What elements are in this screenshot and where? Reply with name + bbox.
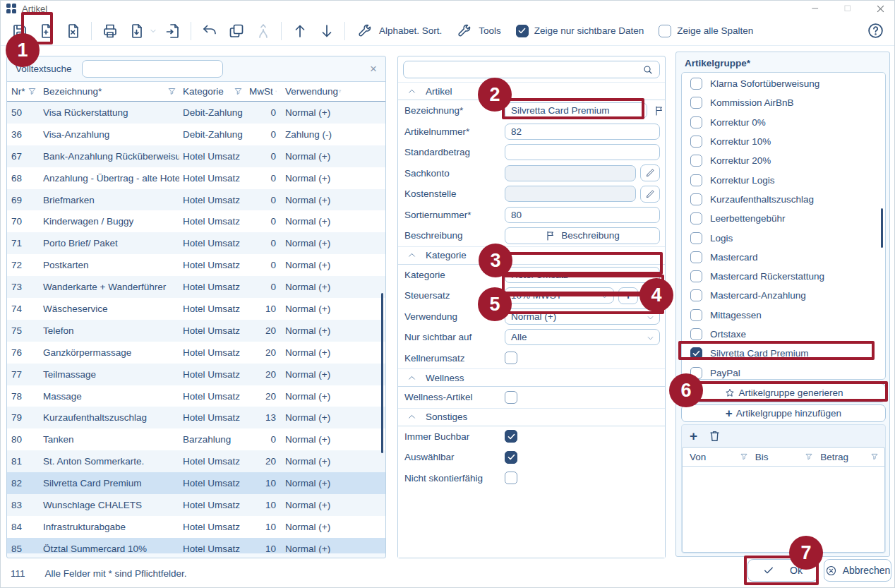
verwendung-select[interactable]: Normal (+) bbox=[505, 308, 660, 325]
group-checkbox[interactable] bbox=[690, 212, 702, 224]
table-row[interactable]: 70Kinderwagen / BuggyHotel Umsatz0Normal… bbox=[7, 210, 385, 232]
group-checkbox[interactable] bbox=[690, 97, 702, 109]
kostenstelle-input[interactable] bbox=[505, 186, 636, 202]
section-header-artikel[interactable]: Artikel bbox=[398, 82, 665, 100]
delete-range-icon[interactable] bbox=[708, 429, 721, 443]
nur-sichtbar-auf-select[interactable]: Alle bbox=[505, 329, 660, 345]
group-checkbox[interactable] bbox=[690, 328, 702, 340]
beschreibung-button[interactable]: Beschreibung bbox=[505, 227, 660, 244]
maximize-button[interactable] bbox=[842, 3, 853, 14]
print-icon[interactable] bbox=[98, 19, 121, 42]
delete-article-icon[interactable] bbox=[61, 19, 85, 42]
group-item[interactable]: Korrektur 20% bbox=[682, 151, 885, 170]
move-up-icon[interactable] bbox=[288, 19, 311, 42]
group-checkbox[interactable] bbox=[690, 367, 702, 379]
column-header-mwst[interactable]: MwSt bbox=[246, 86, 280, 97]
table-row[interactable]: 79KurzaufenthaltszuschlagHotel Umsatz13N… bbox=[7, 407, 385, 428]
group-checkbox[interactable] bbox=[690, 347, 702, 359]
immer-buchbar-checkbox[interactable] bbox=[505, 430, 517, 443]
group-checkbox[interactable] bbox=[690, 270, 702, 282]
export-dropdown-icon[interactable] bbox=[149, 27, 157, 35]
help-icon[interactable] bbox=[864, 19, 887, 42]
new-article-icon[interactable] bbox=[35, 19, 58, 42]
table-row[interactable]: 77TeilmassageHotel Umsatz20Normal (+) bbox=[7, 364, 385, 385]
group-item[interactable]: PayPal bbox=[682, 363, 885, 380]
group-checkbox[interactable] bbox=[690, 78, 702, 90]
table-row[interactable]: 68Anzahlung - Übertrag - alte HotelsHote… bbox=[7, 167, 385, 189]
table-row[interactable]: 83Wunschlage CHALETSHotel Umsatz10Normal… bbox=[7, 494, 385, 516]
column-header-nr[interactable]: Nr* bbox=[7, 86, 40, 97]
table-row[interactable]: 74WäscheserviceHotel Umsatz10Normal (+) bbox=[7, 298, 385, 320]
group-item[interactable]: Kurzaufenthaltszuschlag bbox=[682, 190, 885, 209]
edit-button[interactable] bbox=[640, 164, 660, 181]
fulltext-search-input[interactable] bbox=[82, 60, 223, 78]
table-row[interactable]: 82Silvretta Card PremiumHotel Umsatz10No… bbox=[7, 472, 385, 494]
group-checkbox[interactable] bbox=[690, 155, 702, 167]
table-row[interactable]: 80TankenBarzahlung0Normal (+) bbox=[7, 428, 385, 450]
save-icon[interactable] bbox=[8, 19, 31, 42]
wellness-artikel-checkbox[interactable] bbox=[505, 391, 517, 404]
group-item[interactable]: Mittagessen bbox=[682, 306, 885, 325]
edit-tax-rate-button[interactable] bbox=[642, 287, 659, 304]
group-item[interactable]: Korrektur Logis bbox=[682, 170, 885, 189]
move-down-icon[interactable] bbox=[315, 19, 338, 42]
minimize-button[interactable] bbox=[810, 3, 821, 14]
table-row[interactable]: 69BriefmarkenHotel Umsatz0Normal (+) bbox=[7, 189, 385, 211]
column-header-von[interactable]: Von bbox=[685, 452, 751, 462]
artikelnummer--input[interactable]: 82 bbox=[505, 124, 660, 140]
show-all-columns-checkbox[interactable]: Zeige alle Spalten bbox=[653, 25, 759, 37]
group-item[interactable]: Silvretta Card Premium bbox=[682, 344, 885, 363]
group-item[interactable]: Ortstaxe bbox=[682, 325, 885, 344]
standardbetrag-input[interactable] bbox=[505, 144, 660, 160]
export-document-icon[interactable] bbox=[125, 19, 148, 42]
table-row[interactable]: 81St. Anton Sommerkarte.Hotel Umsatz20No… bbox=[7, 450, 385, 472]
group-item[interactable]: Mastercard Rückerstattung bbox=[682, 267, 885, 286]
group-item[interactable]: Korrektur 10% bbox=[682, 132, 885, 151]
section-header-wellness[interactable]: Wellness bbox=[398, 368, 665, 387]
detail-search-input[interactable] bbox=[403, 61, 660, 78]
group-item[interactable]: Leerbettengebühr bbox=[682, 209, 885, 228]
section-header-sonstiges[interactable]: Sonstiges bbox=[398, 408, 665, 426]
add-tax-rate-button[interactable]: + bbox=[618, 287, 638, 304]
sachkonto-input[interactable] bbox=[505, 165, 636, 181]
table-row[interactable]: 78MassageHotel Umsatz20Normal (+) bbox=[7, 385, 385, 407]
steuersatz-select[interactable]: 10% MWST bbox=[505, 287, 614, 304]
ok-button[interactable]: Ok bbox=[747, 559, 818, 582]
edit-button[interactable] bbox=[640, 186, 660, 203]
nicht-skontierf-hig-checkbox[interactable] bbox=[505, 472, 517, 484]
column-header-betrag[interactable]: Betrag bbox=[816, 452, 882, 462]
group-item[interactable]: Mastercard bbox=[682, 248, 885, 267]
column-header-verwendung[interactable]: Verwendung bbox=[280, 86, 385, 97]
group-checkbox[interactable] bbox=[690, 174, 702, 186]
table-row[interactable]: 72PostkartenHotel Umsatz0Normal (+) bbox=[7, 254, 385, 276]
add-range-icon[interactable]: + bbox=[690, 429, 697, 443]
table-row[interactable]: 67Bank-Anzahlung RücküberweisungHotel Um… bbox=[7, 145, 385, 167]
column-header-bezeichnung[interactable]: Bezeichnung* bbox=[40, 86, 179, 97]
group-item[interactable]: Korrektur 0% bbox=[682, 113, 885, 132]
sortiernummer--input[interactable]: 80 bbox=[505, 207, 660, 223]
group-checkbox[interactable] bbox=[690, 309, 702, 321]
add-group-button[interactable]: + Artikelgruppe hinzufügen bbox=[681, 404, 886, 422]
translate-flag-icon[interactable] bbox=[654, 105, 665, 116]
table-row[interactable]: 75TelefonHotel Umsatz20Normal (+) bbox=[7, 320, 385, 342]
group-item[interactable]: Mastercard-Anzahlung bbox=[682, 286, 885, 305]
table-row[interactable]: 73Wanderkarte + WanderführerHotel Umsatz… bbox=[7, 276, 385, 298]
import-document-icon[interactable] bbox=[161, 19, 184, 42]
group-checkbox[interactable] bbox=[690, 251, 702, 263]
alphabet-sort-button[interactable]: Alphabet. Sort. bbox=[352, 19, 448, 42]
group-checkbox[interactable] bbox=[690, 136, 702, 148]
group-checkbox[interactable] bbox=[690, 289, 702, 301]
bezeichnung--input[interactable]: Silvretta Card Premium bbox=[505, 102, 647, 119]
table-row[interactable]: 50Visa RückerstattungDebit-Zahlung (K0No… bbox=[7, 102, 385, 124]
table-row[interactable]: 85Ötztal Summercard 10%Hotel Umsatz10Nor… bbox=[7, 538, 385, 553]
table-scrollbar[interactable] bbox=[381, 293, 383, 453]
kellnerumsatz-checkbox[interactable] bbox=[505, 352, 517, 364]
table-row[interactable]: 76GanzkörpermassageHotel Umsatz20Normal … bbox=[7, 342, 385, 364]
kategorie-select[interactable]: Hotel Umsatz bbox=[505, 267, 660, 283]
copy-icon[interactable] bbox=[224, 19, 248, 42]
group-item[interactable]: Klarna Sofortüberweisung bbox=[682, 74, 885, 93]
undo-icon[interactable] bbox=[198, 19, 221, 42]
close-button[interactable] bbox=[875, 3, 886, 14]
tools-button[interactable]: Tools bbox=[451, 19, 507, 42]
table-row[interactable]: 71Porto Brief/ PaketHotel Umsatz0Normal … bbox=[7, 232, 385, 254]
